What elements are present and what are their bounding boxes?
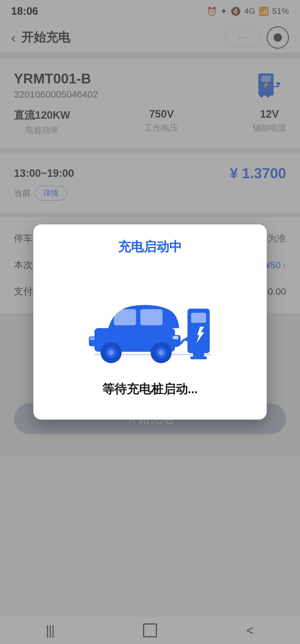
modal-title: 充电启动中 [118,239,182,254]
svg-rect-13 [173,336,178,339]
modal-body: 等待充电桩启动... [33,264,267,420]
modal-title-bar: 充电启动中 [33,224,267,264]
svg-point-18 [158,350,164,355]
svg-point-21 [108,350,114,355]
svg-rect-28 [190,356,207,359]
charging-illustration [78,281,222,364]
svg-point-22 [174,343,179,347]
svg-rect-15 [90,337,94,340]
svg-rect-11 [140,309,162,325]
modal-status-text: 等待充电桩启动... [102,381,198,397]
svg-rect-10 [114,309,136,325]
svg-rect-25 [191,313,206,323]
svg-rect-27 [193,353,204,357]
charging-modal: 充电启动中 [33,224,267,420]
